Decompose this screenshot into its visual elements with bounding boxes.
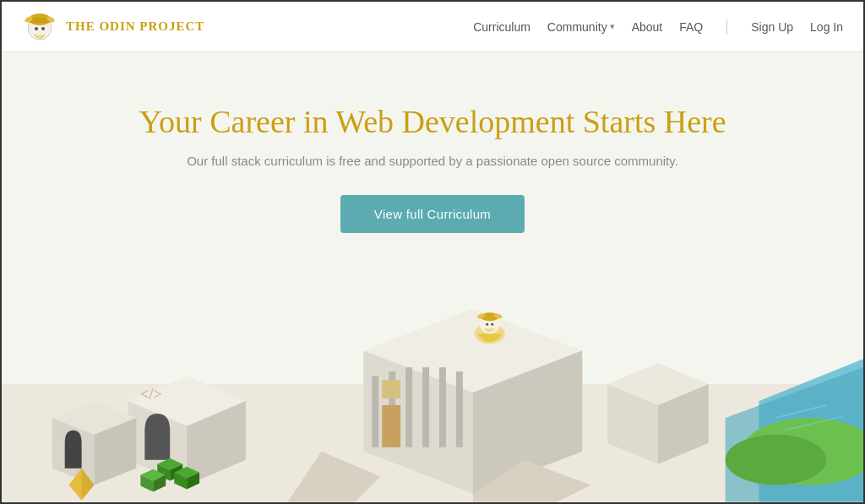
nav-links: Curriculum Community ▾ About FAQ Sign Up… bbox=[473, 19, 843, 35]
svg-rect-22 bbox=[382, 380, 400, 398]
svg-point-29 bbox=[491, 323, 493, 326]
isometric-scene: </> bbox=[2, 283, 863, 502]
svg-point-11 bbox=[726, 435, 827, 485]
signup-button[interactable]: Sign Up bbox=[751, 20, 793, 34]
svg-text:</>: </> bbox=[140, 386, 161, 403]
svg-point-28 bbox=[486, 323, 488, 326]
svg-rect-15 bbox=[372, 376, 378, 447]
hero-section: Your Career in Web Development Starts He… bbox=[2, 52, 863, 258]
odin-logo-icon bbox=[22, 9, 57, 45]
hero-subtitle: Our full stack curriculum is free and su… bbox=[19, 154, 846, 168]
cta-button[interactable]: View full Curriculum bbox=[340, 195, 525, 233]
svg-rect-18 bbox=[422, 367, 429, 447]
svg-point-6 bbox=[41, 27, 45, 30]
svg-rect-21 bbox=[382, 405, 400, 447]
nav-divider bbox=[726, 19, 727, 35]
svg-rect-17 bbox=[405, 367, 412, 447]
logo[interactable]: THE ODIN PROJECT bbox=[22, 9, 204, 45]
nav-curriculum[interactable]: Curriculum bbox=[473, 20, 530, 34]
svg-point-5 bbox=[35, 27, 38, 30]
logo-text: THE ODIN PROJECT bbox=[66, 19, 204, 34]
hero-title: Your Career in Web Development Starts He… bbox=[19, 103, 846, 140]
svg-rect-19 bbox=[439, 367, 446, 447]
navbar: THE ODIN PROJECT Curriculum Community ▾ … bbox=[2, 2, 863, 52]
nav-about[interactable]: About bbox=[632, 20, 663, 34]
login-button[interactable]: Log In bbox=[810, 20, 843, 34]
hero-illustration: </> bbox=[2, 283, 863, 502]
svg-rect-20 bbox=[456, 371, 463, 447]
community-dropdown-icon: ▾ bbox=[610, 21, 615, 32]
nav-community[interactable]: Community ▾ bbox=[547, 20, 615, 34]
nav-faq[interactable]: FAQ bbox=[679, 20, 703, 34]
